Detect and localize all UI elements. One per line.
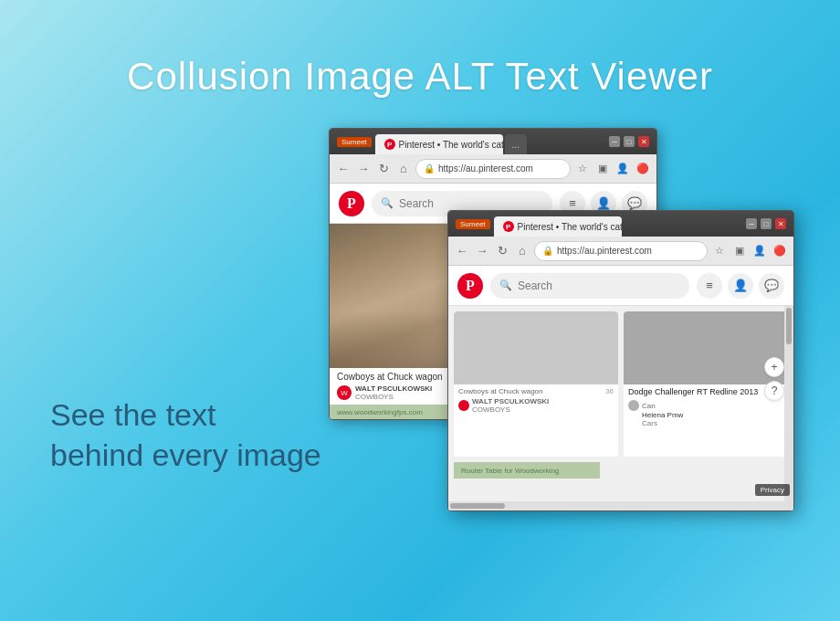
pin2-alt-title: Dodge Challenger RT Redline 2013 (628, 387, 783, 396)
pinterest-nav-front: P 🔍 Search ≡ 👤 💬 (448, 266, 793, 306)
subtitle-line1: See the text (50, 395, 321, 435)
user-icon-front[interactable]: 👤 (751, 243, 768, 259)
pinterest-logo-front[interactable]: P (457, 273, 483, 299)
close-button-front[interactable]: ✕ (775, 218, 786, 229)
pin1-count-value: 36 (605, 387, 614, 395)
back-button-front[interactable]: ← (454, 243, 470, 259)
pin-card-user-1: WALT PSCULKOWSKI COWBOYS (458, 397, 614, 414)
user-badge-front: Sumeet (456, 219, 490, 229)
plus-button[interactable]: + (764, 357, 784, 377)
pin-user-back: WALT PSCULKOWSKI COWBOYS (355, 384, 432, 401)
window-controls-back: ─ □ ✕ (609, 136, 649, 147)
url-front: https://au.pinterest.com (557, 246, 652, 256)
toolbar-icons-back: ☆ ▣ 👤 🔴 (574, 161, 651, 177)
lock-icon-front: 🔒 (542, 246, 553, 256)
user-badge-back: Sumeet (337, 137, 372, 147)
content-front: Cowboys at Chuck wagon 36 WALT PSCULKOWS… (448, 306, 793, 510)
scrollbar-horizontal[interactable] (448, 501, 793, 510)
privacy-label: Privacy (761, 486, 784, 494)
menu-icon-front[interactable]: ≡ (697, 273, 722, 299)
scrollbar-h-thumb[interactable] (450, 503, 505, 509)
star-icon-back[interactable]: ☆ (574, 161, 591, 177)
minimize-button-back[interactable]: ─ (609, 136, 620, 147)
pin-card-1: Cowboys at Chuck wagon 36 WALT PSCULKOWS… (454, 311, 618, 457)
chat-icon-front[interactable]: 💬 (759, 273, 784, 299)
tab-area-back: P Pinterest • The world's cat... ✕ ... (375, 129, 527, 154)
inactive-tab-back[interactable]: ... (505, 134, 527, 154)
pin-card-text-2: Dodge Challenger RT Redline 2013 Can Hel… (624, 384, 788, 430)
pin-card-image-2 (624, 311, 788, 384)
maximize-button-front[interactable]: □ (761, 218, 772, 229)
address-bar-back[interactable]: 🔒 https://au.pinterest.com (415, 159, 571, 179)
titlebar-front: Sumeet P Pinterest • The world's cat... … (448, 211, 793, 237)
browsers-container: Sumeet P Pinterest • The world's cat... … (320, 128, 803, 539)
pin-card-avatar-2 (628, 400, 639, 411)
pin1-count: 36 (605, 387, 614, 395)
tab-label-back: Pinterest • The world's cat... (399, 140, 503, 150)
side-actions: + ? (764, 357, 784, 401)
forward-button-back[interactable]: → (355, 161, 372, 177)
search-box-front[interactable]: 🔍 Search (490, 273, 689, 299)
star-icon-front[interactable]: ☆ (711, 243, 728, 259)
pin-card-image-1 (454, 311, 618, 384)
pin-grid-front: Cowboys at Chuck wagon 36 WALT PSCULKOWS… (454, 311, 788, 505)
search-placeholder-back: Search (399, 197, 434, 210)
scrollbar-v-thumb[interactable] (786, 308, 792, 344)
pin2-prefix: Can (642, 402, 656, 410)
minimize-button-front[interactable]: ─ (746, 218, 757, 229)
pinterest-logo-back[interactable]: P (339, 191, 364, 216)
page-title: Collusion Image ALT Text Viewer (0, 0, 840, 99)
tab-favicon-front: P (503, 221, 514, 232)
back-button-back[interactable]: ← (335, 161, 352, 177)
toolbar-icons-front: ☆ ▣ 👤 🔴 (711, 243, 788, 259)
pin2-user-name: Helena Pmw (642, 411, 783, 419)
pin-card-text-1: Cowboys at Chuck wagon 36 WALT PSCULKOWS… (454, 384, 618, 416)
pin2-user-row: Can (628, 400, 783, 411)
home-button-front[interactable]: ⌂ (514, 243, 530, 259)
forward-button-front[interactable]: → (474, 243, 490, 259)
subtitle-text: See the text behind every image (50, 395, 321, 475)
pin-footer-url-back: www.woodworkingfps.com (337, 408, 423, 416)
toolbar-back: ← → ↻ ⌂ 🔒 https://au.pinterest.com ☆ ▣ 👤… (330, 154, 656, 184)
cast-icon-back[interactable]: ▣ (594, 161, 611, 177)
maximize-button-back[interactable]: □ (624, 136, 635, 147)
browser-window-front: Sumeet P Pinterest • The world's cat... … (447, 210, 794, 511)
question-button[interactable]: ? (764, 381, 784, 401)
pin2-sub: Can Helena Pmw Cars (628, 400, 783, 427)
subtitle-line2: behind every image (50, 435, 321, 475)
refresh-button-front[interactable]: ↻ (494, 243, 510, 259)
search-placeholder-front: Search (518, 279, 552, 292)
pin-card-2: Dodge Challenger RT Redline 2013 Can Hel… (624, 311, 788, 457)
titlebar-back: Sumeet P Pinterest • The world's cat... … (330, 129, 656, 154)
tab-area-front: P Pinterest • The world's cat... ✕ (494, 211, 622, 237)
pin-card-3-wrapper: Router Table for Woodworking (454, 462, 618, 505)
extension-icon-back[interactable]: 🔴 (635, 161, 651, 177)
home-button-back[interactable]: ⌂ (395, 161, 412, 177)
pin-card-username-wrapper-1: WALT PSCULKOWSKI COWBOYS (472, 397, 549, 414)
user-icon-back[interactable]: 👤 (614, 161, 631, 177)
pin1-alt-title: Cowboys at Chuck wagon (458, 387, 543, 395)
pin-card-3-bar: Router Table for Woodworking (454, 462, 600, 479)
pin-board-back: COWBOYS (355, 393, 432, 401)
pin-card-avatar-1 (458, 400, 469, 411)
inactive-tab-label-back: ... (512, 140, 520, 150)
pin2-board: Cars (642, 419, 783, 427)
extension-icon-front[interactable]: 🔴 (772, 243, 788, 259)
pin-card-board-1: COWBOYS (472, 405, 549, 414)
close-button-back[interactable]: ✕ (638, 136, 649, 147)
lock-icon-back: 🔒 (424, 163, 435, 174)
toolbar-front: ← → ↻ ⌂ 🔒 https://au.pinterest.com ☆ ▣ 👤… (448, 237, 793, 266)
address-bar-front[interactable]: 🔒 https://au.pinterest.com (534, 241, 708, 261)
window-controls-front: ─ □ ✕ (746, 218, 786, 229)
active-tab-front[interactable]: P Pinterest • The world's cat... ✕ (494, 216, 622, 237)
cast-icon-front[interactable]: ▣ (731, 243, 748, 259)
tab-favicon-back: P (384, 139, 395, 150)
active-tab-back[interactable]: P Pinterest • The world's cat... ✕ (375, 134, 503, 154)
privacy-bar: Privacy (755, 484, 790, 496)
user-icon-nav-front[interactable]: 👤 (728, 273, 753, 299)
pin-avatar-back: W (337, 385, 352, 400)
refresh-button-back[interactable]: ↻ (375, 161, 392, 177)
url-back: https://au.pinterest.com (438, 163, 533, 174)
scrollbar-vertical[interactable] (784, 306, 793, 501)
pin-username-back: WALT PSCULKOWSKI (355, 384, 432, 393)
